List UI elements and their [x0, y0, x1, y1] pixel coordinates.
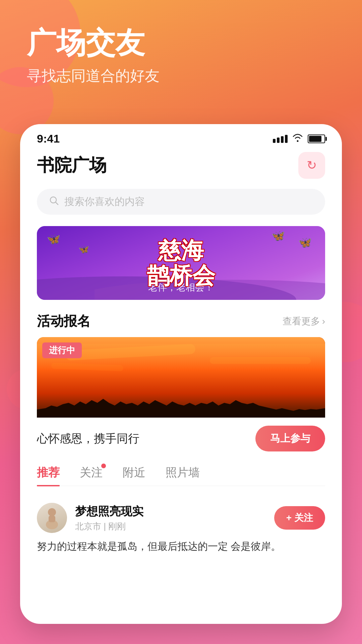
- content-tabs: 推荐 关注 附近 照片墙: [37, 465, 325, 486]
- status-bar: 9:41: [20, 124, 342, 149]
- hero-section: 广场交友 寻找志同道合的好友: [27, 27, 160, 86]
- avatar[interactable]: [37, 503, 67, 533]
- activity-card[interactable]: 进行中 心怀感恩，携手同行 马上参与: [37, 337, 325, 455]
- activity-section-title: 活动报名: [37, 312, 90, 330]
- tab-follow[interactable]: 关注: [80, 465, 103, 486]
- wifi-icon: [292, 133, 303, 145]
- app-header: 书院广场 ↻: [37, 152, 325, 179]
- butterfly-icon-4: 🦋: [78, 244, 89, 254]
- user-info: 梦想照亮现实 北京市 | 刚刚: [75, 504, 143, 532]
- tab-follow-dot: [101, 464, 106, 468]
- see-more-label: 查看更多: [283, 315, 320, 328]
- activity-name: 心怀感恩，携手同行: [37, 431, 139, 446]
- post-card: 梦想照亮现实 北京市 | 刚刚 + 关注 努力的过程本就是孤岛，但最后抵达的一定…: [37, 496, 325, 561]
- user-name: 梦想照亮现实: [75, 504, 143, 519]
- activity-section-header: 活动报名 查看更多 ›: [37, 312, 325, 330]
- tab-recommend[interactable]: 推荐: [37, 465, 60, 486]
- user-meta: 北京市 | 刚刚: [75, 521, 143, 532]
- refresh-icon: ↻: [307, 158, 317, 172]
- svg-line-1: [56, 202, 58, 205]
- butterfly-icon-1: 🦋: [47, 233, 60, 246]
- refresh-button[interactable]: ↻: [298, 152, 325, 179]
- activity-image: 进行中: [37, 337, 325, 418]
- butterfly-icon-3: 🦋: [298, 236, 312, 249]
- status-icons: [273, 133, 325, 145]
- follow-button[interactable]: + 关注: [274, 506, 325, 530]
- post-user: 梦想照亮现实 北京市 | 刚刚: [37, 503, 143, 533]
- phone-card: 9:41 书院广场: [20, 124, 342, 624]
- app-title: 书院广场: [37, 154, 107, 177]
- activity-footer: 心怀感恩，携手同行 马上参与: [37, 418, 325, 455]
- search-placeholder-text: 搜索你喜欢的内容: [64, 195, 145, 209]
- search-icon: [49, 196, 59, 208]
- post-content: 努力的过程本就是孤岛，但最后抵达的一定 会是彼岸。: [37, 538, 325, 554]
- status-time: 9:41: [37, 132, 60, 145]
- avatar-image: [42, 506, 62, 530]
- hero-subtitle: 寻找志同道合的好友: [27, 66, 160, 86]
- svg-point-2: [48, 508, 56, 516]
- join-activity-button[interactable]: 马上参与: [255, 426, 325, 451]
- svg-rect-4: [49, 516, 55, 522]
- signal-icon: [273, 135, 288, 143]
- search-bar[interactable]: 搜索你喜欢的内容: [37, 189, 325, 215]
- hero-title: 广场交友: [27, 27, 160, 59]
- battery-icon: [308, 135, 325, 143]
- see-more-button[interactable]: 查看更多 ›: [283, 315, 325, 328]
- chevron-right-icon: ›: [322, 316, 325, 327]
- tab-nearby[interactable]: 附近: [123, 465, 145, 486]
- event-banner[interactable]: 🦋 🦋 🦋 🦋 慈海 鹊桥会 老伴，老相会！: [37, 226, 325, 300]
- main-content: 书院广场 ↻ 搜索你喜欢的内容 🦋 🦋 🦋: [20, 149, 342, 622]
- banner-title: 慈海 鹊桥会: [147, 238, 215, 288]
- activity-status-tag: 进行中: [42, 342, 82, 358]
- butterfly-icon-2: 🦋: [272, 229, 285, 242]
- tab-photowall[interactable]: 照片墙: [166, 465, 200, 486]
- post-header: 梦想照亮现实 北京市 | 刚刚 + 关注: [37, 503, 325, 533]
